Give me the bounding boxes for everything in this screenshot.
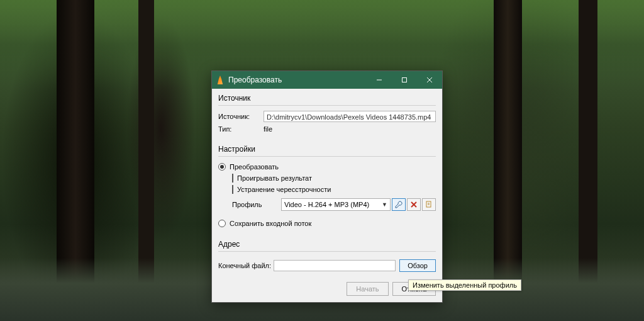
destination-file-input[interactable] xyxy=(274,260,396,271)
chevron-down-icon: ▼ xyxy=(382,201,387,208)
play-result-label: Проигрывать результат xyxy=(237,174,312,182)
start-button[interactable]: Начать xyxy=(347,282,388,296)
convert-radio[interactable]: Преобразовать xyxy=(218,163,279,171)
type-label: Тип: xyxy=(218,125,264,133)
browse-button[interactable]: Обзор xyxy=(399,259,436,272)
settings-section-label: Настройки xyxy=(218,145,436,154)
edit-profile-tooltip: Изменить выделенный профиль xyxy=(408,279,521,291)
source-input[interactable]: D:\dmitrycv1\Downloads\Pexels Videos 144… xyxy=(264,111,436,122)
profile-label: Профиль xyxy=(232,201,281,208)
svg-rect-1 xyxy=(402,78,407,82)
new-profile-button[interactable] xyxy=(422,198,436,211)
deinterlace-checkbox[interactable]: Устранение чересстрочности xyxy=(232,186,436,193)
edit-profile-button[interactable] xyxy=(392,198,406,211)
maximize-button[interactable] xyxy=(392,71,417,89)
radio-icon xyxy=(218,220,226,227)
radio-icon xyxy=(218,163,226,171)
source-label: Источник: xyxy=(218,113,264,120)
type-value: file xyxy=(264,125,272,133)
checkbox-icon xyxy=(232,174,233,183)
window-title: Преобразовать xyxy=(228,76,367,84)
save-stream-radio[interactable]: Сохранить входной поток xyxy=(218,220,311,227)
minimize-button[interactable] xyxy=(367,71,392,89)
checkbox-icon xyxy=(232,185,233,194)
convert-dialog: Преобразовать Источник Источник: D:\dmit… xyxy=(211,70,443,303)
profile-value: Video - H.264 + MP3 (MP4) xyxy=(284,201,369,208)
vlc-cone-icon xyxy=(216,76,225,84)
deinterlace-label: Устранение чересстрочности xyxy=(237,186,331,193)
new-document-icon xyxy=(425,201,433,208)
close-button[interactable] xyxy=(417,71,442,89)
destination-section-label: Адрес xyxy=(218,240,436,249)
play-result-checkbox[interactable]: Проигрывать результат xyxy=(232,174,436,182)
titlebar[interactable]: Преобразовать xyxy=(212,71,442,89)
destination-file-label: Конечный файл: xyxy=(218,262,274,269)
delete-profile-button[interactable] xyxy=(407,198,421,211)
source-section-label: Источник xyxy=(218,94,436,103)
wrench-icon xyxy=(395,201,402,208)
x-delete-icon xyxy=(410,201,418,208)
convert-radio-label: Преобразовать xyxy=(230,163,279,171)
profile-combobox[interactable]: Video - H.264 + MP3 (MP4) ▼ xyxy=(281,198,391,211)
save-stream-label: Сохранить входной поток xyxy=(230,220,311,227)
